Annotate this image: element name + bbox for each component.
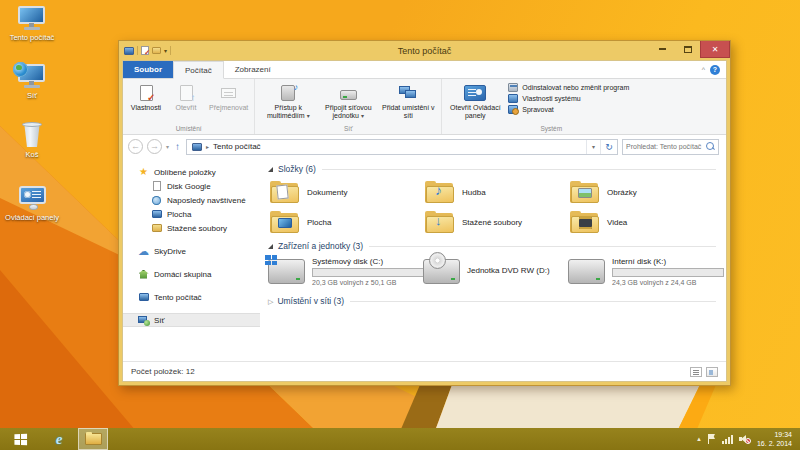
open-control-panel-button[interactable]: Otevřít Ovládací panely xyxy=(446,81,504,122)
section-header-folders[interactable]: Složky (6) xyxy=(268,164,716,174)
search-input[interactable] xyxy=(626,143,706,150)
access-media-button[interactable]: ♪ Přístup k multimédiím▾ xyxy=(259,81,317,122)
ribbon-group-location: ✓ Vlastnosti ↑ Otevřít Přejmenovat Umíst… xyxy=(123,79,255,134)
drive-usage-bar xyxy=(612,268,724,277)
drive-tile-k[interactable]: Interní disk (K:) 24,3 GB volných z 24,4… xyxy=(568,254,726,292)
folder-tile-documents[interactable]: Dokumenty xyxy=(268,177,423,207)
control-panel-icon xyxy=(19,186,46,210)
address-dropdown-button[interactable]: ▾ xyxy=(586,140,600,154)
map-network-drive-button[interactable]: Připojit síťovou jednotku▾ xyxy=(319,81,377,122)
system-properties-icon xyxy=(508,94,518,103)
desktop-icon-label: Ovládací panely xyxy=(5,213,59,222)
system-properties-button[interactable]: Vlastnosti systému xyxy=(508,94,629,103)
clock-time: 19:34 xyxy=(757,430,792,439)
tab-file[interactable]: Soubor xyxy=(123,61,173,78)
network-drive-icon xyxy=(340,83,357,103)
folder-icon: ↓ xyxy=(425,211,454,233)
ribbon: ✓ Vlastnosti ↑ Otevřít Přejmenovat Umíst… xyxy=(123,79,726,135)
thumbnails-view-button[interactable] xyxy=(706,367,718,377)
folder-icon xyxy=(270,211,299,233)
sidebar-item-homegroup[interactable]: Domácí skupina xyxy=(123,267,260,281)
network-signal-icon[interactable] xyxy=(722,435,733,444)
divider xyxy=(137,46,138,55)
drive-usage-bar xyxy=(312,268,424,277)
folder-icon: ♪ xyxy=(425,181,454,203)
sidebar-item-favorites[interactable]: ★ Oblíbené položky xyxy=(123,165,260,179)
manage-button[interactable]: Spravovat xyxy=(508,105,629,114)
sidebar-item-google-drive[interactable]: Disk Google xyxy=(123,179,260,193)
add-network-location-button[interactable]: Přidat umístění v síti xyxy=(379,81,437,122)
main-area: ★ Oblíbené položky Disk Google Naposledy… xyxy=(123,158,726,361)
minimize-ribbon-icon[interactable]: ^ xyxy=(702,66,705,73)
qat-customize-caret-icon[interactable]: ▾ xyxy=(164,48,167,54)
search-box[interactable] xyxy=(622,139,719,155)
sidebar-item-skydrive[interactable]: ☁ SkyDrive xyxy=(123,244,260,258)
desktop-icon-control-panel[interactable]: Ovládací panely xyxy=(2,186,62,222)
desktop-icon-recycle-bin[interactable]: Koš xyxy=(2,122,62,159)
collapse-triangle-icon xyxy=(268,167,273,172)
minimize-button[interactable] xyxy=(650,41,675,57)
volume-muted-icon[interactable] xyxy=(739,434,751,444)
folder-tile-pictures[interactable]: Obrázky xyxy=(568,177,726,207)
folder-tile-desktop[interactable]: Plocha xyxy=(268,207,423,237)
breadcrumb[interactable]: ▸ Tento počítač xyxy=(187,142,586,151)
rename-button[interactable]: Přejmenovat xyxy=(207,81,250,114)
close-button[interactable]: ✕ xyxy=(700,41,730,58)
maximize-button[interactable] xyxy=(675,41,700,57)
tab-view[interactable]: Zobrazení xyxy=(224,61,282,78)
sidebar-item-this-pc[interactable]: Tento počítač xyxy=(123,290,260,304)
download-arrow-icon: ↓ xyxy=(435,214,442,227)
sidebar-item-desktop[interactable]: Plocha xyxy=(123,207,260,221)
desktop-icon-label: Koš xyxy=(26,150,39,159)
folders-grid: Dokumenty ♪ Hudba Obrázky Plocha xyxy=(268,177,716,237)
sidebar-item-downloads[interactable]: Stažené soubory xyxy=(123,221,260,235)
recent-locations-caret-icon[interactable]: ▾ xyxy=(166,143,169,150)
sidebar-item-network[interactable]: Síť xyxy=(123,313,260,327)
breadcrumb-item[interactable]: Tento počítač xyxy=(213,142,261,151)
folder-tile-music[interactable]: ♪ Hudba xyxy=(423,177,568,207)
title-bar[interactable]: ✓ ▾ Tento počítač ✕ xyxy=(119,41,730,60)
taskbar-clock[interactable]: 19:34 16. 2. 2014 xyxy=(757,430,792,448)
up-button[interactable]: ↑ xyxy=(175,141,180,152)
breadcrumb-separator-icon: ▸ xyxy=(206,143,209,150)
refresh-icon: ↻ xyxy=(605,142,613,152)
divider xyxy=(350,301,716,302)
section-header-network-locations[interactable]: ▷ Umístění v síti (3) xyxy=(268,296,716,306)
explorer-window: ✓ ▾ Tento počítač ✕ Soubor Počítač Zobra… xyxy=(118,40,731,386)
desktop-icon-this-pc[interactable]: Tento počítač xyxy=(2,6,62,42)
quick-access-toolbar: ✓ ▾ xyxy=(124,46,171,55)
drive-tile-dvd[interactable]: Jednotka DVD RW (D:) xyxy=(423,254,568,292)
system-menu-icon[interactable] xyxy=(124,47,134,55)
properties-button[interactable]: ✓ Vlastnosti xyxy=(127,81,165,114)
start-button[interactable] xyxy=(0,428,40,450)
action-center-icon[interactable] xyxy=(708,434,716,444)
help-icon[interactable]: ? xyxy=(710,65,720,75)
file-list: Složky (6) Dokumenty ♪ Hudba Obrázky xyxy=(260,158,726,361)
open-button[interactable]: ↑ Otevřít xyxy=(167,81,205,114)
downloads-folder-icon xyxy=(152,224,162,232)
new-folder-qat-icon[interactable] xyxy=(152,47,161,54)
drive-tile-c[interactable]: Systémový disk (C:) 20,3 GB volných z 50… xyxy=(268,254,423,292)
minimize-icon xyxy=(659,48,666,50)
rename-icon xyxy=(221,83,236,103)
refresh-button[interactable]: ↻ xyxy=(600,140,617,154)
taskbar-explorer-button[interactable] xyxy=(78,428,108,450)
address-box[interactable]: ▸ Tento počítač ▾ ↻ xyxy=(186,139,618,155)
taskbar-ie-button[interactable]: e xyxy=(44,428,74,450)
folder-tile-videos[interactable]: Videa xyxy=(568,207,726,237)
cloud-icon: ☁ xyxy=(138,246,149,257)
search-icon xyxy=(706,142,715,151)
forward-button[interactable]: → xyxy=(147,139,162,154)
details-view-button[interactable] xyxy=(690,367,702,377)
desktop-icon-network[interactable]: Síť xyxy=(2,64,62,100)
folder-tile-downloads[interactable]: ↓ Stažené soubory xyxy=(423,207,568,237)
properties-qat-icon[interactable]: ✓ xyxy=(141,46,149,55)
sidebar-item-recent[interactable]: Naposledy navštívené xyxy=(123,193,260,207)
section-header-devices[interactable]: Zařízení a jednotky (3) xyxy=(268,241,716,251)
back-button[interactable]: ← xyxy=(128,139,143,154)
uninstall-program-button[interactable]: Odinstalovat nebo změnit program xyxy=(508,83,629,92)
show-hidden-icons-button[interactable]: ▲ xyxy=(696,436,702,442)
tab-computer[interactable]: Počítač xyxy=(173,61,224,79)
back-icon: ← xyxy=(131,142,140,151)
media-device-icon: ♪ xyxy=(281,83,295,103)
